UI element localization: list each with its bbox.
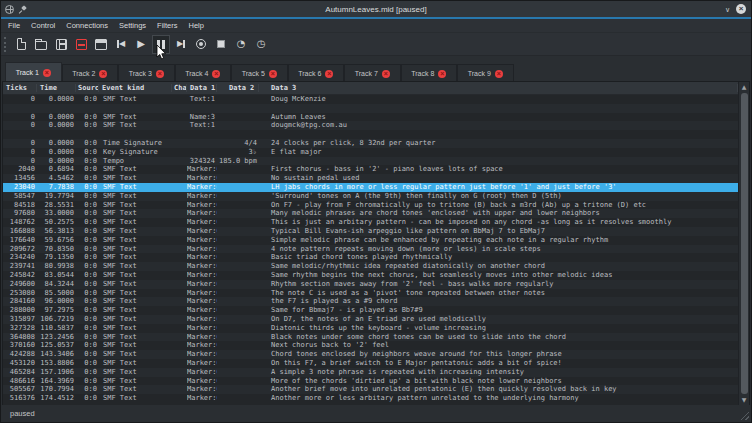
pause-icon[interactable] — [152, 35, 170, 54]
table-row[interactable]: 16688856.38130:0SMF TextMarker:6Typical … — [3, 227, 738, 236]
table-row[interactable] — [3, 130, 738, 139]
menu-help[interactable]: Help — [189, 21, 204, 30]
table-row[interactable]: 17664059.67560:0SMF TextMarker:6Simple m… — [3, 236, 738, 245]
alarm-clock-icon[interactable]: ◷ — [252, 35, 270, 54]
table-row[interactable]: 134564.54620:0SMF TextMarker:6No sustain… — [3, 174, 738, 183]
table-row[interactable]: 24584283.05440:0SMF TextMarker:6Same rhy… — [3, 271, 738, 280]
save-icon[interactable] — [52, 35, 70, 54]
cell-event-kind: SMF Text — [99, 121, 172, 130]
close-window-icon[interactable]: × — [736, 4, 746, 14]
menu-filters[interactable]: Filters — [157, 21, 177, 30]
tab-close-icon[interactable]: × — [269, 70, 277, 78]
stop-icon[interactable] — [212, 35, 230, 54]
timer-icon[interactable]: ◔ — [232, 35, 250, 54]
table-row[interactable]: 486616164.39690:0SMF TextMarker:6More of… — [3, 377, 738, 386]
column-header-time[interactable]: Time — [37, 84, 76, 92]
scroll-down-icon[interactable]: ▼ — [739, 395, 750, 405]
cell-ticks: 2040 — [3, 165, 37, 174]
table-row[interactable]: 327328110.58370:0SMF TextMarker:6Diatoni… — [3, 324, 738, 333]
table-row[interactable]: 505567170.79940:0SMF TextMarker:6Another… — [3, 385, 738, 394]
table-row[interactable]: 9768033.00000:0SMF TextMarker:6Many melo… — [3, 209, 738, 218]
table-row[interactable]: 516376174.45120:0SMF TextMarker:6Another… — [3, 394, 738, 403]
table-row[interactable]: 8451828.55310:0SMF TextMarker:6On F7 - p… — [3, 201, 738, 210]
table-row[interactable]: 25308085.50000:0SMF TextMarker:6The note… — [3, 289, 738, 298]
tab-track-6[interactable]: Track 6× — [288, 64, 345, 82]
vertical-scrollbar[interactable]: ▲ ▼ — [738, 82, 749, 405]
table-row[interactable] — [3, 104, 738, 113]
skip-backward-icon[interactable]: ◀ — [112, 35, 130, 54]
tab-track-9[interactable]: Track 9× — [457, 64, 514, 82]
table-row[interactable]: 00.00000:0SMF TextText:1Doug McKenzie — [3, 95, 738, 104]
tab-track-2[interactable]: Track 2× — [62, 64, 119, 82]
toolbar-grip[interactable] — [4, 37, 9, 52]
table-row[interactable]: 00.00000:0SMF TextName:3Autumn Leaves — [3, 113, 738, 122]
tab-label: Track 7 — [355, 70, 378, 77]
tab-track-4[interactable]: Track 4× — [175, 64, 232, 82]
tab-close-icon[interactable]: × — [438, 70, 446, 78]
table-row[interactable]: 24960084.32440:0SMF TextMarker:6Rhythm s… — [3, 280, 738, 289]
table-row[interactable]: 00.00000:0Time Signature4/424 clocks per… — [3, 139, 738, 148]
scrollbar-thumb[interactable] — [741, 93, 748, 394]
cell-data-3: A simple 3 note phrase is repeated with … — [259, 368, 738, 377]
tab-track-5[interactable]: Track 5× — [231, 64, 288, 82]
table-row[interactable]: 364808123.24560:0SMF TextMarker:6Black n… — [3, 333, 738, 342]
table-row[interactable]: 424288143.34060:0SMF TextMarker:6Chord t… — [3, 350, 738, 359]
column-header-event-kind[interactable]: Event kind — [99, 84, 172, 92]
play-icon[interactable]: ▶ — [132, 35, 150, 54]
tab-close-icon[interactable]: × — [325, 70, 333, 78]
event-window-icon[interactable] — [92, 35, 110, 54]
table-row[interactable]: 370160125.05370:0SMF TextMarker:6Next ch… — [3, 341, 738, 350]
tab-close-icon[interactable]: × — [43, 69, 51, 77]
tab-track-7[interactable]: Track 7× — [344, 64, 401, 82]
column-header-data-1[interactable]: Data 1 — [187, 84, 217, 92]
cell-data-3: Doug McKenzie — [259, 95, 738, 104]
cell-event-kind: SMF Text — [99, 280, 172, 289]
tab-track-3[interactable]: Track 3× — [118, 64, 175, 82]
column-header-data-2[interactable]: Data 2 — [217, 84, 259, 92]
table-row[interactable]: 230407.78380:0SMF TextMarker:6LH jabs ch… — [3, 183, 738, 192]
table-row[interactable]: 00.00000:0Key Signature3♭E flat major — [3, 148, 738, 157]
table-row[interactable]: 5854719.77940:0SMF TextMarker:6'Surround… — [3, 192, 738, 201]
table-row[interactable]: 465284157.19060:0SMF TextMarker:6A simpl… — [3, 368, 738, 377]
tab-close-icon[interactable]: × — [99, 70, 107, 78]
cell-time: 33.0000 — [37, 209, 76, 218]
tab-close-icon[interactable]: × — [212, 70, 220, 78]
menu-settings[interactable]: Settings — [119, 21, 146, 30]
table-row[interactable]: 453120153.88060:0SMF TextMarker:6On this… — [3, 359, 738, 368]
tab-close-icon[interactable]: × — [382, 70, 390, 78]
table-row[interactable]: 20400.68940:0SMF TextMarker:6First choru… — [3, 165, 738, 174]
cell-source: 0:0 — [76, 385, 99, 394]
record-icon[interactable] — [192, 35, 210, 54]
table-row[interactable]: 23974180.99380:0SMF TextMarker:6Same mel… — [3, 262, 738, 271]
shade-window-icon[interactable]: ∨ — [725, 6, 730, 13]
cell-data-1: Marker:6 — [187, 192, 217, 201]
table-row[interactable]: 00.00000:0SMF TextText:1dougmck@tpg.com.… — [3, 121, 738, 130]
table-row[interactable]: 23424079.13500:0SMF TextMarker:6Basic tr… — [3, 253, 738, 262]
cell-source: 0:0 — [76, 218, 99, 227]
table-row[interactable]: 00.00000:0Tempo324324185.0 bpm — [3, 157, 738, 166]
column-header-ticks[interactable]: Ticks — [3, 84, 37, 92]
table-row[interactable]: 28800097.29750:0SMF TextMarker:6Same for… — [3, 306, 738, 315]
cell-data-1: Marker:6 — [187, 394, 217, 403]
column-header-source[interactable]: Source — [76, 84, 99, 92]
tab-track-1[interactable]: Track 1× — [5, 62, 62, 82]
cell-event-kind: SMF Text — [99, 394, 172, 403]
table-row[interactable]: 28416096.00000:0SMF TextMarker:6the F7 i… — [3, 297, 738, 306]
column-header-chan[interactable]: Chan — [172, 84, 187, 92]
column-header-data-3[interactable]: Data 3 — [259, 84, 738, 92]
skip-forward-icon[interactable]: ▶ — [172, 35, 190, 54]
record-window-icon[interactable] — [72, 35, 90, 54]
new-document-icon[interactable] — [12, 35, 30, 54]
tab-close-icon[interactable]: × — [156, 70, 164, 78]
menu-file[interactable]: File — [8, 21, 20, 30]
tab-track-8[interactable]: Track 8× — [401, 64, 458, 82]
table-row[interactable]: 315897106.72190:0SMF TextMarker:6On D7, … — [3, 315, 738, 324]
table-row[interactable]: 14876250.25750:0SMF TextMarker:6This is … — [3, 218, 738, 227]
table-row[interactable]: 20967270.83500:0SMF TextMarker:64 note p… — [3, 245, 738, 254]
tab-close-icon[interactable]: × — [495, 70, 503, 78]
open-folder-icon[interactable] — [32, 35, 50, 54]
menu-connections[interactable]: Connections — [66, 21, 108, 30]
cell-source: 0:0 — [76, 368, 99, 377]
scroll-up-icon[interactable]: ▲ — [739, 82, 750, 92]
menu-control[interactable]: Control — [31, 21, 55, 30]
